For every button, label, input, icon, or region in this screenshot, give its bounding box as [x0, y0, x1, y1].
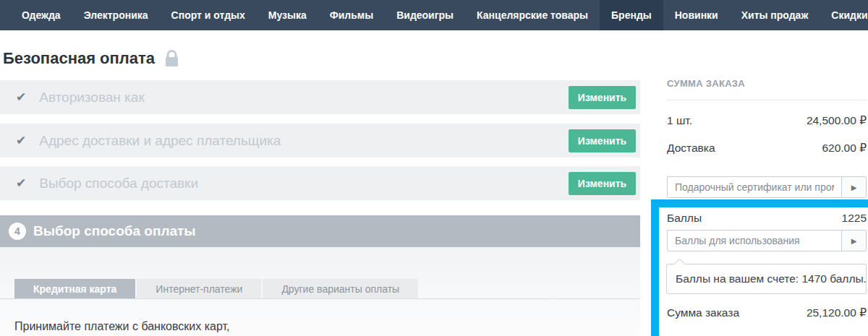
- order-summary-heading: СУММА ЗАКАЗА: [667, 78, 745, 89]
- points-submit-button[interactable]: ▶: [841, 230, 867, 251]
- top-navigation: Одежда Электроника Спорт и отдых Музыка …: [0, 0, 868, 30]
- summary-line-shipping: Доставка 620.00 ₽: [667, 142, 867, 155]
- points-input[interactable]: [667, 230, 841, 251]
- nav-item-discounts[interactable]: Скидки: [820, 0, 868, 30]
- check-icon: ✔: [16, 177, 26, 189]
- summary-line-items: 1 шт. 24,500.00 ₽: [667, 114, 867, 127]
- order-total-line: Сумма заказа 25,120.00 ₽: [667, 306, 867, 319]
- nav-item-stationery[interactable]: Канцелярские товары: [465, 0, 600, 30]
- nav-item-clothing[interactable]: Одежда: [10, 0, 72, 30]
- payment-info-text: Принимайте платежи с банковских карт,: [14, 320, 230, 333]
- summary-divider: [667, 100, 867, 100]
- nav-item-brands[interactable]: Бренды: [600, 0, 663, 30]
- page-title: Безопасная оплата: [3, 49, 155, 68]
- nav-item-sport[interactable]: Спорт и отдых: [160, 0, 257, 30]
- order-total-value: 25,120.00 ₽: [807, 306, 867, 319]
- tooltip-caret: [674, 258, 686, 270]
- points-value: 1225: [842, 212, 867, 225]
- step-label: Адрес доставки и адрес плательщика: [39, 133, 281, 149]
- step-label: Авторизован как: [39, 90, 144, 105]
- payment-tabs: Кредитная карта Интернет-платежи Другие …: [14, 279, 418, 298]
- current-step-title: Выбор способа оплаты: [33, 223, 196, 239]
- current-step-header: 4 Выбор способа оплаты: [0, 215, 640, 247]
- completed-step-authorized: ✔ Авторизован как Изменить: [0, 80, 640, 114]
- nav-item-movies[interactable]: Фильмы: [318, 0, 385, 30]
- step-number-badge: 4: [9, 223, 26, 240]
- highlight-region-left-border: [651, 199, 659, 336]
- nav-item-electronics[interactable]: Электроника: [72, 0, 160, 30]
- nav-item-new-arrivals[interactable]: Новинки: [663, 0, 730, 30]
- summary-line-label: 1 шт.: [667, 114, 692, 127]
- gift-certificate-input[interactable]: [667, 176, 841, 198]
- nav-item-videogames[interactable]: Видеоигры: [385, 0, 465, 30]
- edit-authorized-button[interactable]: Изменить: [569, 86, 636, 109]
- tab-credit-card[interactable]: Кредитная карта: [14, 279, 135, 298]
- edit-address-button[interactable]: Изменить: [569, 129, 636, 152]
- points-balance-tooltip: Баллы на вашем счете: 1470 баллы.: [666, 264, 867, 294]
- gift-certificate-submit-button[interactable]: ▶: [841, 176, 867, 198]
- arrow-right-icon: ▶: [851, 237, 857, 245]
- tabs-divider: [0, 298, 640, 299]
- summary-line-value: 620.00 ₽: [822, 142, 867, 155]
- order-total-label: Сумма заказа: [667, 306, 739, 319]
- check-icon: ✔: [16, 134, 26, 147]
- summary-line-value: 24,500.00 ₽: [807, 114, 867, 127]
- edit-shipping-button[interactable]: Изменить: [569, 172, 636, 195]
- completed-step-address: ✔ Адрес доставки и адрес плательщика Изм…: [0, 124, 640, 158]
- points-balance-line: Баллы 1225: [667, 212, 867, 225]
- lock-icon: [165, 50, 179, 67]
- step-label: Выбор способа доставки: [39, 176, 198, 191]
- points-label: Баллы: [667, 212, 702, 225]
- nav-item-bestsellers[interactable]: Хиты продаж: [730, 0, 820, 30]
- nav-item-music[interactable]: Музыка: [257, 0, 318, 30]
- arrow-right-icon: ▶: [851, 184, 857, 191]
- points-balance-note: Баллы на вашем счете: 1470 баллы.: [676, 272, 867, 285]
- points-field-group: ▶: [667, 230, 867, 251]
- tab-internet-payments[interactable]: Интернет-платежи: [137, 279, 261, 298]
- gift-certificate-field-group: ▶: [667, 176, 867, 198]
- summary-line-label: Доставка: [667, 142, 715, 155]
- tab-other-payment-options[interactable]: Другие варианты оплаты: [263, 279, 418, 298]
- highlight-region-top-border: [651, 199, 868, 207]
- check-icon: ✔: [16, 91, 26, 103]
- completed-step-shipping: ✔ Выбор способа доставки Изменить: [0, 166, 640, 200]
